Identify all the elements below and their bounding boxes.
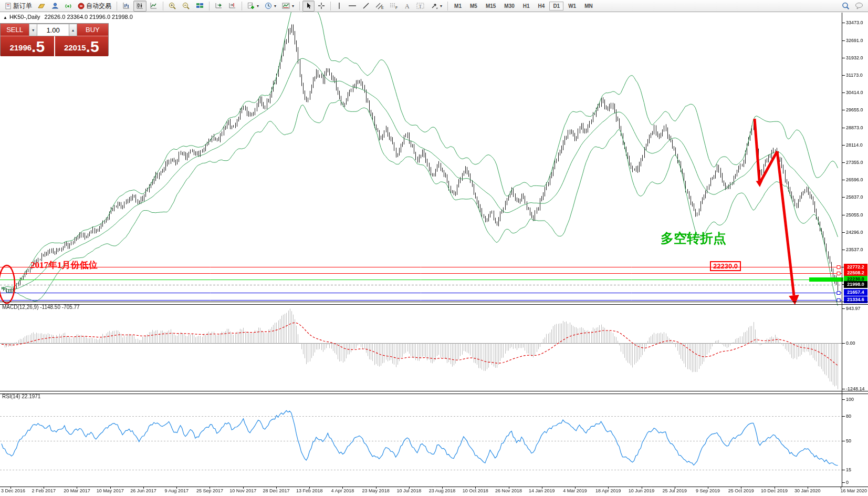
timeframe-button-m30[interactable]: M30 xyxy=(500,2,518,11)
templates-dropdown-caret[interactable]: ▾ xyxy=(292,4,294,8)
text-label-button[interactable]: T xyxy=(414,1,427,12)
annotation-2017-jan-low[interactable]: 2017年1月份低位 xyxy=(30,259,98,271)
person-icon xyxy=(51,2,59,9)
date-label: 26 Jun 2017 xyxy=(130,488,156,493)
autotrading-icon xyxy=(78,3,85,9)
horizontal-line-icon xyxy=(348,2,357,9)
zoom-in-button[interactable] xyxy=(166,1,179,12)
sell-price[interactable]: 21996.5 xyxy=(1,36,54,56)
autotrading-button[interactable]: 自动交易 xyxy=(75,1,114,12)
equidistant-channel-button[interactable]: E xyxy=(373,1,386,12)
text-label-icon: T xyxy=(416,2,425,9)
buy-price-dec: .5 xyxy=(86,39,99,55)
periods-dropdown-caret[interactable]: ▾ xyxy=(274,4,276,8)
date-label: 13 Feb 2018 xyxy=(296,488,323,493)
tile-windows-button[interactable] xyxy=(193,1,206,12)
bar-chart-button[interactable] xyxy=(120,1,133,12)
timeframe-button-h4[interactable]: H4 xyxy=(535,2,549,11)
timeframe-button-w1[interactable]: W1 xyxy=(564,2,580,11)
symbol-period-label: HK50-,Daily xyxy=(9,14,40,20)
macd-rsi-separator[interactable] xyxy=(0,391,868,394)
templates-button[interactable]: ▾ xyxy=(279,1,297,12)
vertical-line-button[interactable] xyxy=(333,1,345,12)
text-button[interactable]: A xyxy=(401,1,413,12)
date-label: 10 Jul 2018 xyxy=(397,488,422,493)
new-order-icon xyxy=(5,3,12,9)
rsi-tick-label: 80 xyxy=(846,414,851,419)
arrows-tool-button[interactable]: ▾ xyxy=(428,1,445,12)
chart-folder-icon xyxy=(38,2,46,9)
timeframe-button-m1[interactable]: M1 xyxy=(451,2,465,11)
periods-button[interactable]: ▾ xyxy=(262,1,279,12)
crosshair-icon xyxy=(318,2,325,9)
volume-increase-button[interactable]: ▲ xyxy=(69,24,77,36)
community-button[interactable] xyxy=(49,1,61,12)
price-axis[interactable]: 33473.032691.031932.031173.030414.029655… xyxy=(842,0,868,496)
svg-text:A: A xyxy=(405,3,410,10)
date-axis[interactable]: 3 Dec 20162 Feb 201720 Mar 201710 May 20… xyxy=(0,488,868,495)
date-label: 30 Jan 2020 xyxy=(794,488,821,493)
timeframe-button-d1[interactable]: D1 xyxy=(549,2,563,11)
timeframe-button-h1[interactable]: H1 xyxy=(519,2,534,11)
open-chart-button[interactable] xyxy=(35,1,48,12)
auto-scroll-button[interactable] xyxy=(212,1,225,12)
volume-input[interactable] xyxy=(37,24,69,36)
autotrading-label: 自动交易 xyxy=(86,2,111,11)
annotation-turning-point[interactable]: 多空转折点 xyxy=(661,230,726,247)
search-button[interactable] xyxy=(839,1,852,12)
zoom-in-icon xyxy=(169,2,176,10)
timeframe-button-m5[interactable]: M5 xyxy=(466,2,481,11)
sell-price-int: 21996 xyxy=(9,41,32,55)
toolbar-separator xyxy=(242,2,242,11)
sell-button[interactable]: SELL xyxy=(1,24,29,36)
date-label: 2 Feb 2017 xyxy=(32,488,56,493)
date-label: 14 Jan 2019 xyxy=(529,488,555,493)
date-label: 9 Sep 2019 xyxy=(696,488,720,493)
fibonacci-button[interactable]: F xyxy=(387,1,401,12)
buy-price[interactable]: 22015.5 xyxy=(55,36,109,56)
volume-decrease-button[interactable]: ▼ xyxy=(29,24,37,36)
one-click-trade-panel: SELL ▼ ▲ BUY 21996.5 22015.5 xyxy=(0,23,109,56)
date-label: 3 Dec 2016 xyxy=(1,488,25,493)
channel-icon: E xyxy=(375,2,384,9)
date-label: 4 Apr 2018 xyxy=(331,488,354,493)
chart-shift-button[interactable] xyxy=(226,1,239,12)
price-tick-label: 27355.0 xyxy=(846,160,863,165)
main-macd-separator[interactable] xyxy=(0,302,868,305)
trendline-icon xyxy=(362,2,370,9)
candlestick-chart-button[interactable] xyxy=(133,1,147,12)
date-label: 25 Oct 2019 xyxy=(728,488,754,493)
cursor-icon xyxy=(305,2,312,9)
chat-button[interactable] xyxy=(852,1,866,12)
rsi-tick-label: 100 xyxy=(846,397,854,402)
chart-shift-icon xyxy=(228,2,236,9)
indicators-dropdown-caret[interactable]: ▾ xyxy=(257,4,259,8)
date-label: 20 Mar 2017 xyxy=(64,488,90,493)
date-label: 10 May 2017 xyxy=(97,488,124,493)
annotation-price-box[interactable]: 22230.0 xyxy=(710,261,741,271)
date-label: 23 May 2018 xyxy=(362,488,390,493)
toolbar-separator xyxy=(117,2,117,11)
vertical-line-icon xyxy=(336,2,342,9)
zoom-out-button[interactable] xyxy=(180,1,193,12)
line-chart-button[interactable] xyxy=(147,1,160,12)
timeframe-button-mn[interactable]: MN xyxy=(581,2,597,11)
arrows-tool-icon xyxy=(431,2,438,9)
signals-button[interactable] xyxy=(62,1,75,12)
price-tick-label: 28114.0 xyxy=(846,142,863,148)
arrows-dropdown-caret[interactable]: ▾ xyxy=(440,4,442,8)
buy-button[interactable]: BUY xyxy=(77,24,108,36)
collapse-panel-icon[interactable]: ▲ xyxy=(3,15,7,20)
chart-canvas[interactable] xyxy=(0,0,868,496)
new-order-button[interactable]: 新订单 xyxy=(2,1,35,12)
cursor-button[interactable] xyxy=(302,1,315,12)
crosshair-button[interactable] xyxy=(315,1,328,12)
price-tick-label: 33473.0 xyxy=(846,20,863,25)
trendline-button[interactable] xyxy=(360,1,372,12)
timeframe-button-m15[interactable]: M15 xyxy=(482,2,499,11)
price-tick-label: 30414.0 xyxy=(846,90,863,95)
indicators-button[interactable]: ▾ xyxy=(245,1,262,12)
horizontal-line-button[interactable] xyxy=(346,1,359,12)
price-badge: 21657.4 xyxy=(844,289,867,296)
search-icon xyxy=(842,2,850,10)
